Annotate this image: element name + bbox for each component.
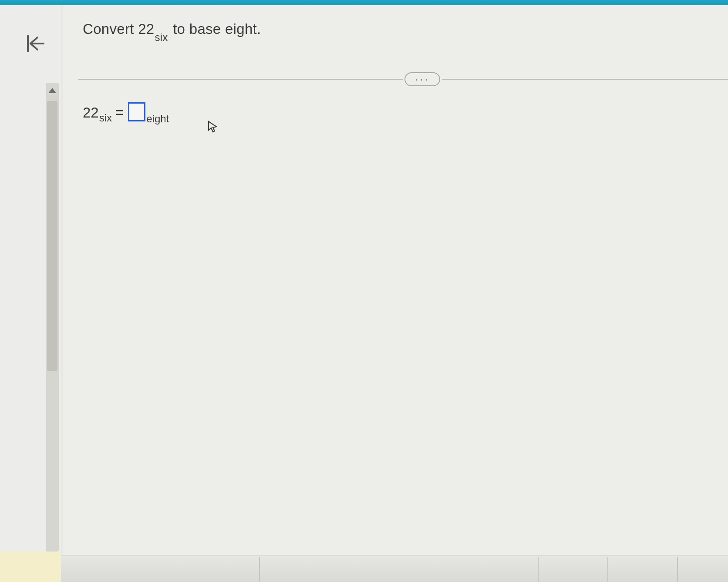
divider-row: ··· bbox=[78, 71, 728, 87]
question-suffix: to base eight. bbox=[169, 21, 261, 37]
question-value: 22 bbox=[138, 21, 154, 37]
bottom-accent-panel bbox=[0, 552, 61, 582]
answer-expression: 22six = eight bbox=[83, 103, 169, 122]
answer-input[interactable] bbox=[128, 102, 145, 121]
cursor-icon bbox=[207, 121, 219, 135]
svg-marker-3 bbox=[209, 121, 216, 132]
content-area: Convert 22six to base eight. ··· 22six =… bbox=[63, 5, 728, 582]
more-options-button[interactable]: ··· bbox=[404, 72, 440, 86]
toolbar-segment[interactable] bbox=[259, 557, 411, 582]
divider-right bbox=[442, 79, 728, 80]
equals-sign: = bbox=[115, 104, 124, 121]
collapse-panel-button[interactable] bbox=[22, 30, 48, 57]
answer-rhs-subscript: eight bbox=[146, 113, 169, 125]
more-dots-icon: ··· bbox=[415, 74, 430, 85]
toolbar-segment[interactable] bbox=[677, 557, 728, 582]
question-prefix: Convert bbox=[83, 21, 138, 37]
svg-marker-2 bbox=[48, 88, 56, 93]
chevron-up-icon bbox=[48, 88, 56, 93]
scrollbar-track[interactable] bbox=[46, 83, 59, 552]
answer-lhs-value: 22 bbox=[83, 104, 99, 121]
question-subscript: six bbox=[155, 31, 168, 43]
answer-lhs-subscript: six bbox=[99, 112, 112, 124]
scroll-up-button[interactable] bbox=[46, 85, 59, 96]
collapse-left-icon bbox=[24, 33, 45, 54]
app-header-bar bbox=[0, 0, 728, 5]
divider-left bbox=[78, 79, 403, 80]
question-text: Convert 22six to base eight. bbox=[83, 21, 261, 40]
toolbar-segment[interactable] bbox=[607, 557, 677, 582]
scrollbar-thumb[interactable] bbox=[47, 101, 57, 371]
bottom-toolbar bbox=[61, 555, 728, 582]
left-rail bbox=[0, 5, 61, 582]
toolbar-segment[interactable] bbox=[538, 557, 607, 582]
